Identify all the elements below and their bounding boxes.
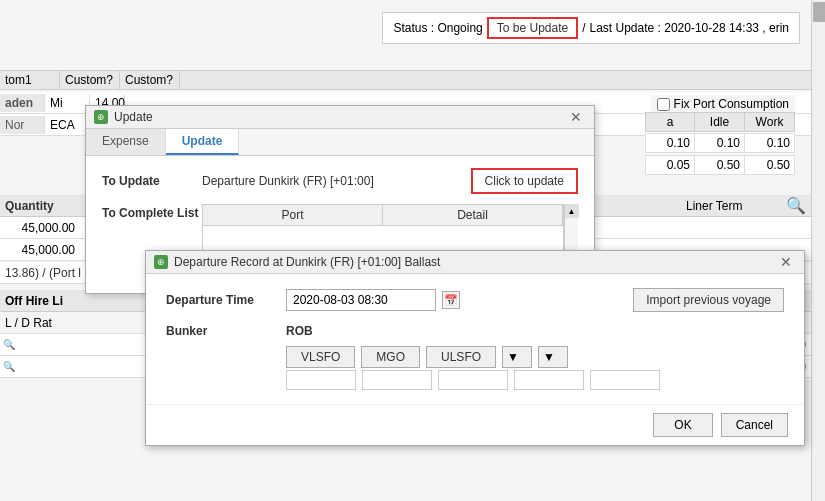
tab-expense[interactable]: Expense — [86, 129, 166, 155]
departure-dialog-icon: ⊕ — [154, 255, 168, 269]
bunker-dropdown-1[interactable]: ▼ — [502, 346, 532, 368]
search-icon-1[interactable]: 🔍 — [0, 337, 16, 352]
bunker-label-row: Bunker ROB — [166, 324, 784, 338]
cancel-button[interactable]: Cancel — [721, 413, 788, 437]
row1-idle: 0.10 — [695, 133, 745, 153]
departure-time-row: Departure Time 📅 Import previous voyage — [166, 288, 784, 312]
row2-values: 0.05 0.50 0.50 — [645, 155, 795, 175]
to-update-value: Departure Dunkirk (FR) [+01:00] — [202, 174, 461, 188]
fix-port-area: Fix Port Consumption — [651, 95, 795, 113]
bunker-input-4[interactable] — [514, 370, 584, 390]
row2-work: 0.50 — [745, 155, 795, 175]
search-icon[interactable]: 🔍 — [781, 194, 811, 217]
scrollbar-thumb[interactable] — [813, 2, 825, 22]
col-tom1: tom1 — [0, 71, 60, 89]
fix-port-checkbox[interactable] — [657, 98, 670, 111]
row2-a: 0.05 — [645, 155, 695, 175]
update-title-left: ⊕ Update — [94, 110, 153, 124]
col-custom1: Custom? — [60, 71, 120, 89]
last-update-text: Last Update : 2020-10-28 14:33 , erin — [590, 21, 789, 35]
vlsfo-button[interactable]: VLSFO — [286, 346, 355, 368]
liner-term-label: Liner Term — [681, 197, 781, 215]
detail-col-header: Detail — [383, 205, 563, 225]
bunker-buttons-row: VLSFO MGO ULSFO ▼ ▼ — [286, 346, 784, 368]
click-to-update-button[interactable]: Click to update — [471, 168, 578, 194]
status-bar: Status : Ongoing To be Update / Last Upd… — [382, 12, 800, 44]
bunker-input-3[interactable] — [438, 370, 508, 390]
to-complete-label: To Complete List — [102, 204, 202, 220]
calc-value: 13.86) / (Port l — [0, 264, 86, 282]
departure-dialog-content: Departure Time 📅 Import previous voyage … — [146, 274, 804, 404]
ulsfo-button[interactable]: ULSFO — [426, 346, 496, 368]
update-dialog-title: Update — [114, 110, 153, 124]
to-update-row: To Update Departure Dunkirk (FR) [+01:00… — [102, 168, 578, 194]
bunker-label: Bunker — [166, 324, 286, 338]
fix-port-label: Fix Port Consumption — [674, 97, 789, 111]
row-eca: ECA — [45, 116, 90, 134]
bunker-input-5[interactable] — [590, 370, 660, 390]
bunker-dropdown-2[interactable]: ▼ — [538, 346, 568, 368]
departure-dialog: ⊕ Departure Record at Dunkirk (FR) [+01:… — [145, 250, 805, 446]
offhire-label: Off Hire Li — [0, 292, 68, 310]
work-header: Work — [745, 112, 795, 132]
calendar-icon[interactable]: 📅 — [442, 291, 460, 309]
complete-list-header: Port Detail — [203, 205, 563, 226]
row1-work: 0.10 — [745, 133, 795, 153]
port-col-header: Port — [203, 205, 383, 225]
idle-header: Idle — [695, 112, 745, 132]
row-mi: Mi — [45, 94, 90, 112]
search-icon-2[interactable]: 🔍 — [0, 359, 16, 374]
departure-time-input[interactable] — [286, 289, 436, 311]
mgo-button[interactable]: MGO — [361, 346, 420, 368]
ld-rate-label: L / D Rat — [0, 314, 57, 332]
to-be-update-button[interactable]: To be Update — [487, 17, 578, 39]
departure-time-label: Departure Time — [166, 293, 286, 307]
to-update-label: To Update — [102, 174, 202, 188]
departure-dialog-title: Departure Record at Dunkirk (FR) [+01:00… — [174, 255, 440, 269]
status-divider: / — [582, 21, 585, 35]
ok-button[interactable]: OK — [653, 413, 712, 437]
departure-dialog-titlebar: ⊕ Departure Record at Dunkirk (FR) [+01:… — [146, 251, 804, 274]
row1-a: 0.10 — [645, 133, 695, 153]
tab-update[interactable]: Update — [166, 129, 240, 155]
scrollbar[interactable] — [811, 0, 825, 501]
bunker-inputs-row — [286, 370, 784, 390]
bunker-rob-label: ROB — [286, 324, 313, 338]
col-custom2: Custom? — [120, 71, 180, 89]
row2-idle: 0.50 — [695, 155, 745, 175]
departure-title-left: ⊕ Departure Record at Dunkirk (FR) [+01:… — [154, 255, 440, 269]
row1-values: 0.10 0.10 0.10 — [645, 133, 795, 153]
qty-val-2: 45,000.00 — [0, 241, 80, 259]
bunker-input-1[interactable] — [286, 370, 356, 390]
import-previous-voyage-button[interactable]: Import previous voyage — [633, 288, 784, 312]
scroll-up-arrow[interactable]: ▲ — [565, 204, 579, 218]
row-aden: aden — [0, 94, 45, 112]
update-dialog-icon: ⊕ — [94, 110, 108, 124]
status-ongoing: Status : Ongoing — [393, 21, 482, 35]
update-dialog-tabs: Expense Update — [86, 129, 594, 156]
row-nor: Nor — [0, 116, 45, 134]
idle-work-headers: a Idle Work — [645, 112, 795, 132]
a-header: a — [645, 112, 695, 132]
col-headers-row: tom1 Custom? Custom? — [0, 70, 811, 90]
quantity-label: Quantity — [0, 197, 80, 215]
departure-dialog-close[interactable]: ✕ — [776, 255, 796, 269]
bunker-input-2[interactable] — [362, 370, 432, 390]
update-dialog-close[interactable]: ✕ — [566, 110, 586, 124]
update-dialog-titlebar: ⊕ Update ✕ — [86, 106, 594, 129]
qty-val-1: 45,000.00 — [0, 219, 80, 237]
departure-dialog-footer: OK Cancel — [146, 404, 804, 445]
